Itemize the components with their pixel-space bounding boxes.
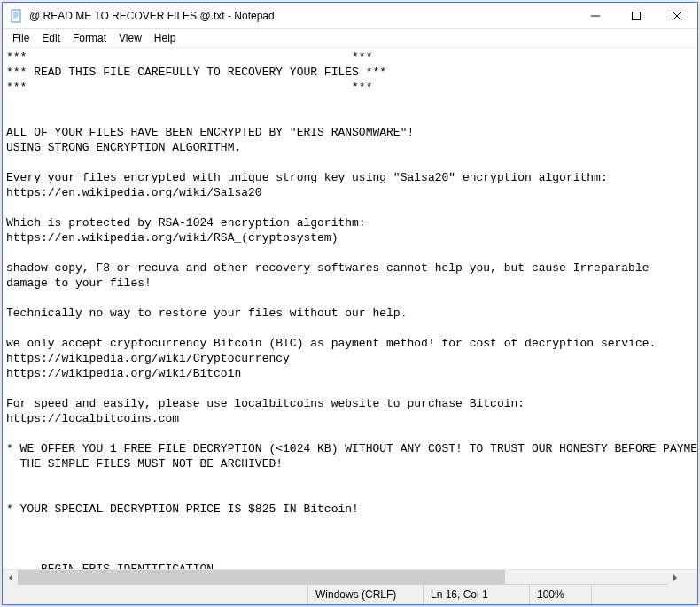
scroll-corner xyxy=(682,570,697,585)
notepad-window: @ READ ME TO RECOVER FILES @.txt - Notep… xyxy=(2,2,698,605)
window-title: @ READ ME TO RECOVER FILES @.txt - Notep… xyxy=(29,10,575,22)
chevron-left-icon xyxy=(9,574,12,581)
menu-view[interactable]: View xyxy=(113,31,148,45)
minimize-button[interactable] xyxy=(575,3,616,28)
editor-area: *** *** *** READ THIS FILE CAREFULLY TO … xyxy=(3,47,697,569)
titlebar: @ READ ME TO RECOVER FILES @.txt - Notep… xyxy=(3,3,697,29)
status-zoom: 100% xyxy=(529,585,591,604)
horizontal-scrollbar[interactable] xyxy=(3,569,697,584)
menu-edit[interactable]: Edit xyxy=(35,31,66,45)
scroll-track[interactable] xyxy=(18,570,667,584)
scroll-right-button[interactable] xyxy=(667,570,682,585)
menu-format[interactable]: Format xyxy=(66,31,113,45)
status-trailing xyxy=(591,585,697,604)
notepad-icon xyxy=(10,9,24,23)
status-encoding: Windows (CRLF) xyxy=(307,585,423,604)
scroll-thumb[interactable] xyxy=(18,570,505,584)
statusbar: Windows (CRLF) Ln 16, Col 1 100% xyxy=(3,584,697,604)
chevron-right-icon xyxy=(673,574,677,581)
status-position: Ln 16, Col 1 xyxy=(423,585,529,604)
maximize-button[interactable] xyxy=(616,3,657,28)
svg-rect-6 xyxy=(633,12,641,19)
close-button[interactable] xyxy=(657,3,697,28)
menu-help[interactable]: Help xyxy=(148,31,183,45)
window-controls xyxy=(575,3,697,28)
menu-file[interactable]: File xyxy=(6,31,35,45)
menubar: File Edit Format View Help xyxy=(3,29,697,47)
scroll-left-button[interactable] xyxy=(3,570,18,585)
text-content[interactable]: *** *** *** READ THIS FILE CAREFULLY TO … xyxy=(3,48,697,569)
